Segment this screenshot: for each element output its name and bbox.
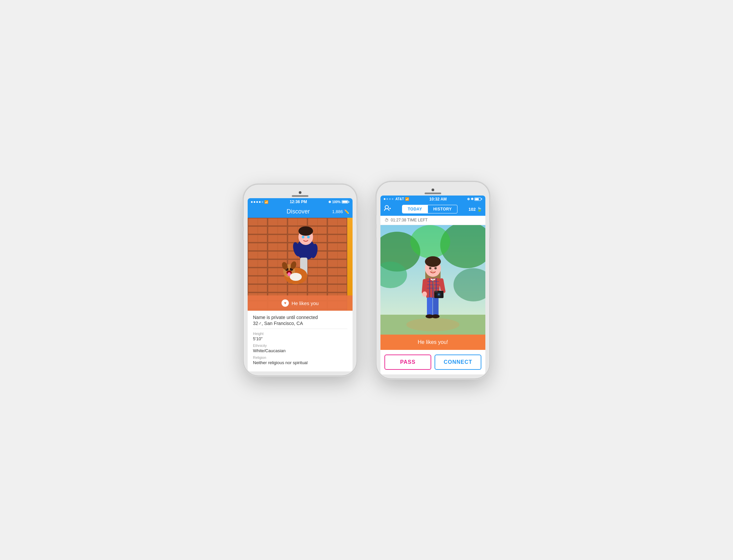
religion-value: Neither religious nor spiritual <box>253 360 308 365</box>
coin-icon: 🍃 <box>477 207 482 212</box>
profile-image-1[interactable]: ♥ He likes you <box>248 218 353 311</box>
heart-icon-1: ♥ <box>282 299 289 307</box>
account-icon: ⊕ <box>467 197 470 201</box>
wifi-icon-2: 📶 <box>405 197 409 201</box>
coin-count: 102 🍃 <box>468 207 482 212</box>
power-button-2[interactable] <box>489 222 491 238</box>
bluetooth-icon: ✱ <box>328 200 331 204</box>
svg-rect-47 <box>433 297 439 316</box>
timer-text: 01:27:38 TIME LEFT <box>391 218 428 222</box>
carrier-name: AT&T <box>395 197 404 201</box>
svg-point-56 <box>425 256 441 267</box>
phone-screen-2: AT&T 📶 10:32 AM ⊕ ✱ <box>380 196 485 374</box>
svg-point-53 <box>438 294 440 295</box>
status-left-2: AT&T 📶 <box>384 197 409 201</box>
status-right-1: ✱ 100% <box>328 200 349 204</box>
profile-name: Name is private until connected <box>253 315 347 320</box>
timer-bar: ⏱ 01:27:38 TIME LEFT <box>380 216 485 225</box>
signal-dot-2-4 <box>392 198 393 200</box>
camera <box>299 191 301 194</box>
profile-image-2[interactable] <box>380 225 485 335</box>
status-right-2: ⊕ ✱ <box>467 197 482 201</box>
vol-down-button[interactable] <box>242 231 244 240</box>
svg-point-8 <box>302 236 304 238</box>
add-user-icon[interactable] <box>384 205 391 214</box>
svg-point-57 <box>429 267 432 269</box>
signal-dot-2-1 <box>384 198 385 200</box>
tabs-bar: TODAY HISTORY 102 🍃 <box>380 203 485 216</box>
speaker <box>292 195 308 197</box>
wifi-icon: 📶 <box>264 200 268 204</box>
phone-top <box>248 189 353 198</box>
height-label: Height <box>253 332 347 336</box>
ethnicity-value: White/Caucasian <box>253 348 285 353</box>
height-detail: Height 5'10" <box>253 332 347 342</box>
svg-point-58 <box>435 267 437 269</box>
signal-dot-2-3 <box>389 198 391 200</box>
svg-point-7 <box>298 226 313 236</box>
connect-button[interactable]: CONNECT <box>435 355 481 370</box>
religion-detail: Religion Neither religious nor spiritual <box>253 356 347 365</box>
svg-point-29 <box>410 225 450 258</box>
battery-icon-1 <box>342 200 349 203</box>
svg-point-44 <box>422 291 427 297</box>
signal-dot-5 <box>262 201 263 203</box>
svg-point-49 <box>432 314 440 318</box>
profile-info-1: Name is private until connected 32♂, San… <box>248 311 353 371</box>
status-bar-1: 📶 12:36 PM ✱ 100% <box>248 198 353 205</box>
height-value: 5'10" <box>253 336 263 341</box>
svg-rect-46 <box>427 297 433 316</box>
vol-down-button-2[interactable] <box>375 228 376 238</box>
camera-2 <box>432 189 434 191</box>
status-bar-2: AT&T 📶 10:32 AM ⊕ ✱ <box>380 196 485 203</box>
edit-icon-1: ✏️ <box>344 209 349 214</box>
svg-rect-54 <box>435 291 438 292</box>
profile-photo-2 <box>380 225 485 335</box>
status-time-1: 12:36 PM <box>290 200 307 204</box>
app-navbar-1: Discover 1,886 ✏️ <box>248 205 353 218</box>
svg-point-21 <box>290 273 302 281</box>
tab-history[interactable]: HISTORY <box>428 205 457 213</box>
battery-percent: 100% <box>332 200 341 204</box>
timer-icon: ⏱ <box>384 218 389 223</box>
tab-group: TODAY HISTORY <box>402 205 457 213</box>
battery-icon-2 <box>474 198 482 201</box>
navbar-count-1: 1,886 ✏️ <box>332 209 349 214</box>
svg-point-33 <box>406 318 459 331</box>
phone-1: 📶 12:36 PM ✱ 100% Discover <box>244 185 357 375</box>
religion-label: Religion <box>253 356 347 360</box>
ethnicity-label: Ethnicity <box>253 344 347 348</box>
signal-dot-2-2 <box>386 198 388 200</box>
vol-up-button-2[interactable] <box>375 215 376 224</box>
ethnicity-detail: Ethnicity White/Caucasian <box>253 344 347 354</box>
status-left: 📶 <box>251 200 268 204</box>
likes-banner-1: ♥ He likes you <box>248 295 353 311</box>
navbar-title-1: Discover <box>286 208 310 215</box>
vol-up-button[interactable] <box>242 218 244 227</box>
tab-today[interactable]: TODAY <box>402 205 427 213</box>
power-button[interactable] <box>357 224 358 241</box>
signal-dot-4 <box>259 201 261 203</box>
profile-divider-1 <box>253 329 347 329</box>
profile-age-location: 32♂, San Francisco, CA <box>253 321 347 326</box>
pass-button[interactable]: PASS <box>384 355 431 370</box>
signal-dot-2 <box>254 201 255 203</box>
phone-screen-1: 📶 12:36 PM ✱ 100% Discover <box>248 198 353 371</box>
likes-banner-2: He likes you! <box>380 335 485 350</box>
status-time-2: 10:32 AM <box>429 197 447 201</box>
phone-frame-2: AT&T 📶 10:32 AM ⊕ ✱ <box>376 182 489 378</box>
speaker-2 <box>425 193 441 194</box>
phone-2: AT&T 📶 10:32 AM ⊕ ✱ <box>376 182 489 378</box>
phone-top-2 <box>380 186 485 196</box>
signal-dot-1 <box>251 201 253 203</box>
svg-point-22 <box>385 205 388 209</box>
action-buttons: PASS CONNECT <box>380 350 485 374</box>
signal-dot-3 <box>256 201 258 203</box>
svg-point-9 <box>307 236 310 238</box>
bluetooth-icon-2: ✱ <box>471 197 473 201</box>
phone-frame-1: 📶 12:36 PM ✱ 100% Discover <box>244 185 357 375</box>
